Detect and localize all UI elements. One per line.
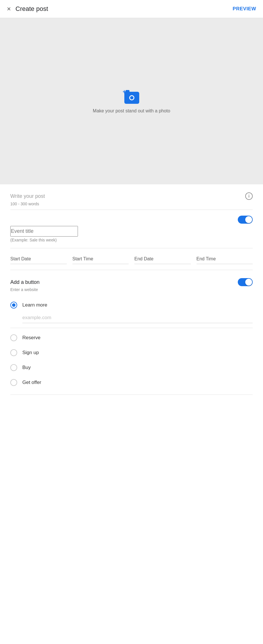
photo-label: Make your post stand out with a photo xyxy=(93,108,170,114)
camera-bump-icon xyxy=(125,90,129,93)
radio-circle-buy xyxy=(10,364,17,371)
radio-option-reserve[interactable]: Reserve xyxy=(10,330,253,345)
radio-label-buy: Buy xyxy=(22,365,31,370)
post-word-count-hint: 100 - 300 words xyxy=(10,202,253,206)
form-section: i 100 - 300 words (Example: Sale this we… xyxy=(0,184,263,395)
radio-label-sign-up: Sign up xyxy=(22,350,39,356)
url-input-wrapper xyxy=(10,313,253,328)
camera-body-icon xyxy=(124,92,139,104)
radio-label-learn-more: Learn more xyxy=(22,302,47,308)
datetime-row: Start Date Start Time End Date End Time xyxy=(10,248,253,270)
camera-icon: + xyxy=(123,89,140,104)
add-button-header: Add a button xyxy=(10,278,253,286)
close-icon[interactable]: × xyxy=(7,5,11,12)
photo-upload-area[interactable]: + Make your post stand out with a photo xyxy=(0,18,263,184)
radio-option-learn-more[interactable]: Learn more xyxy=(10,298,253,313)
radio-option-buy[interactable]: Buy xyxy=(10,360,253,375)
header-left: × Create post xyxy=(7,5,48,13)
post-text-input[interactable] xyxy=(10,193,245,199)
event-toggle[interactable] xyxy=(238,216,253,224)
start-date-field[interactable]: Start Date xyxy=(10,256,67,264)
url-input[interactable] xyxy=(22,315,253,323)
post-field-row: i xyxy=(10,192,253,200)
start-time-label: Start Time xyxy=(72,256,93,261)
start-date-label: Start Date xyxy=(10,256,31,261)
event-title-input[interactable] xyxy=(10,226,78,237)
radio-inner-learn-more xyxy=(12,303,15,307)
add-button-toggle[interactable] xyxy=(238,278,253,286)
radio-circle-reserve xyxy=(10,334,17,341)
header: × Create post PREVIEW xyxy=(0,0,263,18)
end-time-label: End Time xyxy=(197,256,216,261)
radio-circle-get-offer xyxy=(10,379,17,386)
add-button-section: Add a button Enter a website Learn more … xyxy=(10,270,253,395)
add-button-title: Add a button xyxy=(10,279,40,285)
radio-circle-learn-more xyxy=(10,302,17,309)
end-date-label: End Date xyxy=(134,256,154,261)
radio-label-get-offer: Get offer xyxy=(22,380,41,385)
end-date-field[interactable]: End Date xyxy=(134,256,191,264)
start-time-field[interactable]: Start Time xyxy=(72,256,129,264)
event-field-group: (Example: Sale this week) xyxy=(10,226,253,248)
toggle-knob xyxy=(245,216,252,223)
page-title: Create post xyxy=(15,5,48,13)
radio-label-reserve: Reserve xyxy=(22,335,40,341)
add-button-toggle-knob xyxy=(245,279,252,286)
post-field-group: i 100 - 300 words xyxy=(10,184,253,210)
add-button-hint: Enter a website xyxy=(10,287,253,292)
radio-option-get-offer[interactable]: Get offer xyxy=(10,375,253,390)
event-title-hint: (Example: Sale this week) xyxy=(10,238,253,245)
event-toggle-row xyxy=(10,210,253,226)
radio-option-sign-up[interactable]: Sign up xyxy=(10,345,253,360)
preview-button[interactable]: PREVIEW xyxy=(233,6,256,12)
end-time-field[interactable]: End Time xyxy=(197,256,253,264)
info-icon[interactable]: i xyxy=(245,192,253,200)
camera-lens-icon xyxy=(129,95,134,100)
radio-circle-sign-up xyxy=(10,349,17,356)
